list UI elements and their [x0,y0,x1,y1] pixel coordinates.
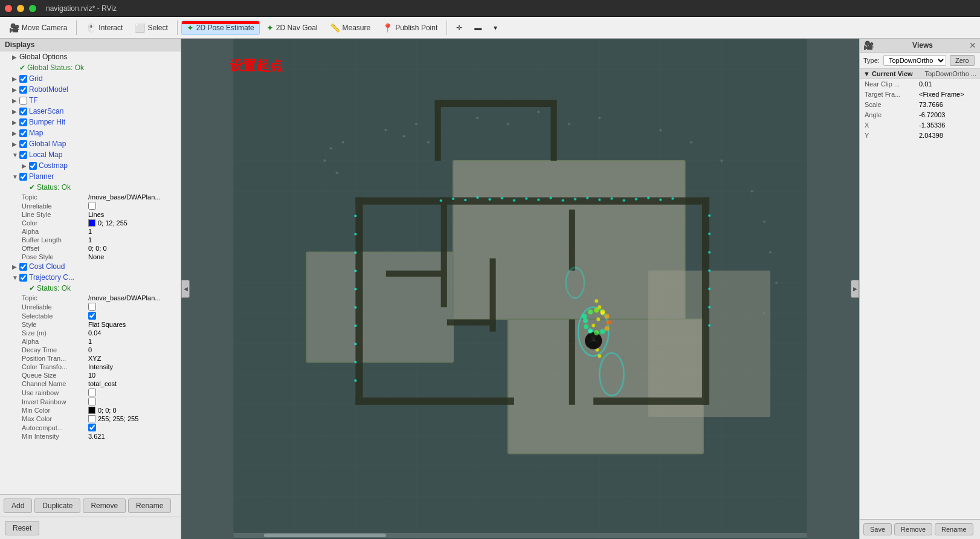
traj-unreliable-check[interactable] [88,303,96,311]
move-camera-icon: 🎥 [9,23,19,33]
traj-autocompute-check[interactable] [88,424,96,431]
traj-userainbow-check[interactable] [88,389,96,396]
expand-bumperhit[interactable]: ▶ [12,119,19,126]
svg-point-83 [354,361,356,363]
tree-item-planner[interactable]: ▼ Planner [0,171,181,182]
tree-item-map[interactable]: ▶ Map [0,127,181,138]
tree-item-laserscan[interactable]: ▶ LaserScan [0,106,181,117]
svg-rect-0 [233,39,807,539]
extra-btn-1[interactable]: ✛ [451,21,468,34]
expand-trajectory[interactable]: ▼ [12,274,19,281]
views-remove-button[interactable]: Remove [894,523,932,535]
reset-button[interactable]: Reset [5,521,39,535]
interact-button[interactable]: 🖱️ Interact [80,21,128,35]
svg-point-154 [604,314,609,318]
traj-maxcolor-swatch[interactable] [88,415,95,422]
tf-checkbox[interactable] [19,97,27,105]
left-collapse-handle[interactable]: ◀ [181,280,190,298]
expand-map[interactable]: ▶ [12,130,19,137]
extra-btn-3[interactable]: ▾ [488,21,503,34]
right-collapse-handle[interactable]: ▶ [851,280,859,298]
extra-icon-1: ✛ [456,24,462,32]
globalmap-checkbox[interactable] [19,140,27,148]
planner-unreliable-check[interactable] [88,202,96,210]
expand-robotmodel[interactable]: ▶ [12,86,19,93]
pose-estimate-button[interactable]: ✦ 2D Pose Estimate [181,21,260,35]
localmap-checkbox[interactable] [19,151,27,159]
pose-estimate-icon: ✦ [187,23,194,33]
tree-item-robotmodel[interactable]: ▶ RobotModel [0,84,181,95]
tree-item-global-status[interactable]: ✔ Global Status: Ok [0,62,181,73]
add-button[interactable]: Add [4,499,32,513]
traj-mincolor-swatch[interactable] [88,407,95,414]
measure-button[interactable]: 📏 Measure [324,21,376,35]
tree-item-trajectory[interactable]: ▼ Trajectory C... [0,272,181,283]
svg-line-131 [587,253,593,340]
duplicate-button[interactable]: Duplicate [34,499,80,513]
trajectory-checkbox[interactable] [19,274,27,282]
nav-goal-button[interactable]: ✦ 2D Nav Goal [261,21,323,35]
svg-point-108 [336,172,338,174]
expand-tf[interactable]: ▶ [12,97,19,104]
expand-localmap[interactable]: ▼ [12,152,19,158]
svg-point-116 [537,111,540,113]
svg-point-71 [635,198,637,201]
planner-color-swatch[interactable] [88,219,95,227]
rename-button[interactable]: Rename [128,499,171,513]
tree-item-grid[interactable]: ▶ Grid [0,73,181,84]
tree-item-tf[interactable]: ▶ TF [0,95,181,106]
costcloud-checkbox[interactable] [19,263,27,271]
expand-costmap[interactable]: ▶ [22,163,29,169]
tree-item-localmap[interactable]: ▼ Local Map [0,149,181,160]
tree-item-globalmap[interactable]: ▶ Global Map [0,138,181,149]
select-button[interactable]: ⬜ Select [129,21,173,35]
expand-grid[interactable]: ▶ [12,76,19,82]
svg-point-109 [342,141,344,144]
robotmodel-checkbox[interactable] [19,86,27,94]
costmap-checkbox[interactable] [29,162,37,170]
map-checkbox[interactable] [19,129,27,137]
tree-item-global-options[interactable]: ▶ Global Options [0,51,181,62]
extra-btn-2[interactable]: ▬ [469,21,487,34]
views-type-select[interactable]: TopDownOrtho Orbit XYOrbit FPS [883,55,946,66]
maximize-button[interactable] [29,5,36,12]
tree-item-costcloud[interactable]: ▶ Cost Cloud [0,261,181,272]
svg-point-122 [751,190,753,192]
displays-header: Displays [0,39,181,51]
traj-decaytime-row: Decay Time 0 [0,346,181,354]
planner-topic-row: Topic /move_base/DWAPlan... [0,193,181,201]
close-button[interactable] [5,5,12,12]
svg-point-97 [601,311,604,315]
svg-point-113 [428,141,430,144]
views-save-button[interactable]: Save [863,523,892,535]
svg-point-60 [501,197,503,199]
tree-scroll-area[interactable]: ▶ Global Options ✔ Global Status: Ok ▶ G… [0,51,181,494]
svg-point-72 [647,197,650,199]
views-rename-button[interactable]: Rename [935,523,973,535]
svg-rect-34 [453,161,685,320]
traj-selectable-check[interactable] [88,312,96,320]
svg-point-111 [403,135,405,138]
bumperhit-checkbox[interactable] [19,118,27,126]
views-close-button[interactable]: ✕ [969,40,976,50]
publish-point-button[interactable]: 📍 Publish Point [377,21,443,35]
grid-checkbox[interactable] [19,75,27,83]
move-camera-button[interactable]: 🎥 Move Camera [4,21,73,35]
minimize-button[interactable] [17,5,24,12]
tree-item-bumperhit[interactable]: ▶ Bumper Hit [0,117,181,127]
expand-planner[interactable]: ▼ [12,173,19,180]
laserscan-checkbox[interactable] [19,108,27,115]
expand-global-options[interactable]: ▶ [12,54,19,60]
svg-point-101 [590,336,594,340]
views-zero-button[interactable]: Zero [950,55,975,66]
expand-globalmap[interactable]: ▶ [12,141,19,147]
expand-costcloud[interactable]: ▶ [12,263,19,270]
svg-point-76 [354,233,356,235]
planner-checkbox[interactable] [19,173,27,181]
planner-posestyle-row: Pose Style None [0,253,181,261]
tree-item-costmap[interactable]: ▶ Costmap [0,160,181,171]
traj-invertrainbow-check[interactable] [88,398,96,405]
viewport[interactable]: 设置起点 ◀ ▶ [181,39,859,539]
remove-button[interactable]: Remove [83,499,126,513]
expand-laserscan[interactable]: ▶ [12,108,19,115]
